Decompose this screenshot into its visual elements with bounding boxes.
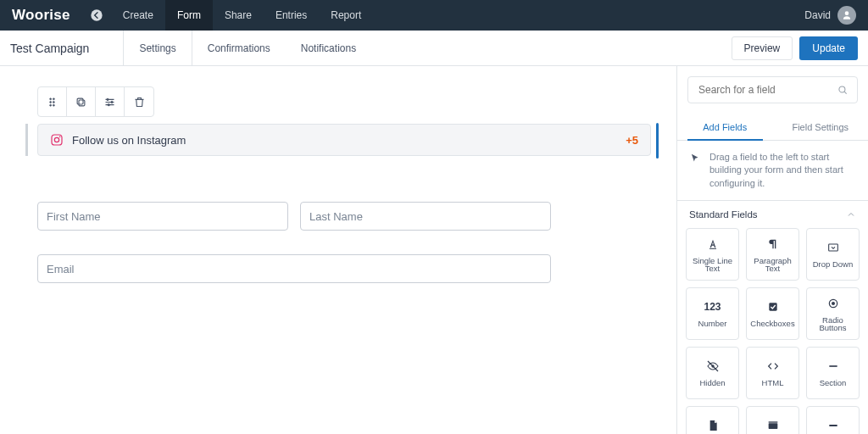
svg-point-2 xyxy=(53,97,54,99)
section-icon xyxy=(826,359,840,374)
email-field[interactable]: Email xyxy=(37,254,551,283)
section-standard-fields[interactable]: Standard Fields xyxy=(677,201,868,228)
field-card-number[interactable]: 123Number xyxy=(686,287,739,340)
sidebar-tabs: Add Fields Field Settings xyxy=(677,114,868,141)
field-card-section[interactable]: Section xyxy=(806,347,860,399)
svg-point-1 xyxy=(50,97,52,99)
form-fields: First Name Last Name Email xyxy=(25,202,551,283)
action-field[interactable]: Follow us on Instagram +5 xyxy=(37,124,651,156)
preview-button[interactable]: Preview xyxy=(732,36,793,60)
field-card-label: Radio Buttons xyxy=(807,316,859,332)
user-menu[interactable]: David xyxy=(793,0,868,31)
action-field-wrapper: Follow us on Instagram +5 xyxy=(25,124,651,156)
html-icon xyxy=(766,359,780,374)
svg-point-19 xyxy=(832,302,835,305)
page-icon xyxy=(706,418,720,433)
svg-rect-16 xyxy=(828,244,837,251)
field-card-label: Checkboxes xyxy=(748,320,796,328)
field-card-drop-down[interactable]: Drop Down xyxy=(806,228,860,281)
top-nav: Woorise Create Form Share Entries Report… xyxy=(0,0,868,31)
svg-point-11 xyxy=(108,103,110,106)
nav-create[interactable]: Create xyxy=(111,0,165,31)
instagram-icon xyxy=(50,133,64,147)
svg-point-10 xyxy=(111,101,114,103)
field-card-paragraph-text[interactable]: Paragraph Text xyxy=(746,228,799,281)
form-canvas: Follow us on Instagram +5 First Name Las… xyxy=(0,66,676,434)
campaign-title: Test Campaign xyxy=(10,42,123,55)
subnav-confirmations[interactable]: Confirmations xyxy=(192,31,286,65)
field-card-html[interactable]: HTML xyxy=(746,347,799,399)
svg-rect-17 xyxy=(769,303,776,311)
subnav-notifications[interactable]: Notifications xyxy=(286,31,371,65)
section-title: Standard Fields xyxy=(689,209,758,220)
sliders-icon xyxy=(103,96,116,108)
svg-point-3 xyxy=(50,101,52,103)
subnav-settings[interactable]: Settings xyxy=(124,31,192,65)
duplicate-button[interactable] xyxy=(67,87,96,116)
drag-handle-button[interactable] xyxy=(38,87,67,116)
radio-buttons-icon xyxy=(826,296,840,311)
field-card-label: Hidden xyxy=(698,379,726,387)
field-card-label: Paragraph Text xyxy=(747,257,798,273)
field-card-single-line-text[interactable]: Single Line Text xyxy=(686,228,739,281)
avatar xyxy=(837,6,856,25)
search-input[interactable] xyxy=(697,83,830,97)
field-card-page[interactable]: Page xyxy=(686,406,739,434)
first-name-field[interactable]: First Name xyxy=(37,202,288,231)
field-card-group-start[interactable]: Group Start xyxy=(746,406,799,434)
field-card-hidden[interactable]: Hidden xyxy=(686,347,739,399)
group-start-icon xyxy=(766,418,780,433)
right-sidebar: Add Fields Field Settings Drag a field t… xyxy=(676,66,868,434)
tab-add-fields[interactable]: Add Fields xyxy=(677,114,773,140)
field-card-checkboxes[interactable]: Checkboxes xyxy=(746,287,799,340)
svg-rect-7 xyxy=(79,100,85,106)
drop-down-icon xyxy=(826,240,840,255)
svg-rect-22 xyxy=(768,422,777,423)
sub-toolbar: Test Campaign Settings Confirmations Not… xyxy=(0,31,868,66)
svg-point-6 xyxy=(53,104,54,106)
duplicate-icon xyxy=(75,96,87,108)
nav-report[interactable]: Report xyxy=(319,0,373,31)
svg-point-9 xyxy=(107,98,109,101)
tab-field-settings[interactable]: Field Settings xyxy=(773,114,869,140)
svg-point-14 xyxy=(59,136,61,138)
svg-point-13 xyxy=(54,137,58,142)
settings-button[interactable] xyxy=(96,87,125,116)
user-name: David xyxy=(804,9,831,21)
svg-rect-21 xyxy=(768,424,777,430)
svg-rect-8 xyxy=(77,98,83,104)
action-label: Follow us on Instagram xyxy=(72,134,186,147)
last-name-field[interactable]: Last Name xyxy=(300,202,551,231)
update-button[interactable]: Update xyxy=(799,36,858,60)
action-bonus: +5 xyxy=(626,134,638,147)
field-card-label: Section xyxy=(818,379,849,387)
hidden-icon xyxy=(706,359,720,374)
field-card-label: Number xyxy=(697,320,729,328)
field-card-group-end[interactable]: Group End xyxy=(806,406,860,434)
chevron-left-icon xyxy=(90,8,103,22)
field-card-label: Drop Down xyxy=(811,260,855,269)
field-card-label: Single Line Text xyxy=(687,257,738,273)
search-icon xyxy=(837,84,849,96)
drag-handle-icon xyxy=(46,96,58,108)
nav-share[interactable]: Share xyxy=(213,0,264,31)
nav-entries[interactable]: Entries xyxy=(264,0,319,31)
delete-button[interactable] xyxy=(125,87,153,116)
back-button[interactable] xyxy=(82,0,111,31)
field-search[interactable] xyxy=(687,76,858,103)
svg-point-4 xyxy=(53,101,54,103)
sidebar-hint: Drag a field to the left to start buildi… xyxy=(677,141,868,201)
cursor-icon xyxy=(689,153,701,164)
field-card-radio-buttons[interactable]: Radio Buttons xyxy=(806,287,860,340)
hint-text: Drag a field to the left to start buildi… xyxy=(709,151,856,190)
brand-logo: Woorise xyxy=(0,0,82,31)
svg-point-5 xyxy=(50,104,52,106)
number-icon: 123 xyxy=(704,299,721,314)
group-end-icon xyxy=(826,418,840,433)
trash-icon xyxy=(133,96,146,108)
chevron-up-icon xyxy=(846,209,856,220)
field-grid: Single Line TextParagraph TextDrop Down1… xyxy=(677,228,868,434)
field-toolbar xyxy=(37,86,154,117)
single-line-text-icon xyxy=(706,236,720,252)
nav-form[interactable]: Form xyxy=(165,0,213,31)
